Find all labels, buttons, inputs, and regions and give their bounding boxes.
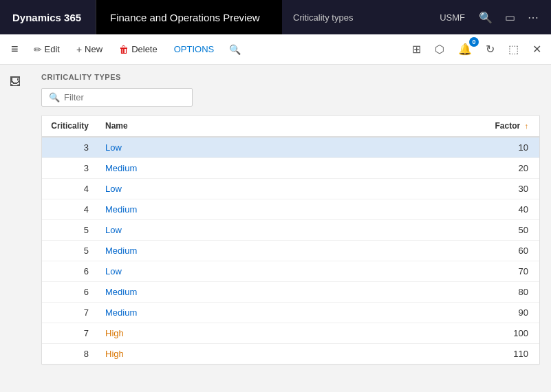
options-button[interactable]: OPTIONS	[167, 41, 222, 58]
table-row[interactable]: 5 Low 50	[42, 220, 539, 241]
cell-factor: 30	[309, 179, 539, 199]
cell-criticality: 5	[42, 241, 97, 261]
cell-name: Medium	[97, 303, 309, 323]
cell-name: Medium	[97, 158, 309, 179]
delete-label: Delete	[131, 44, 158, 54]
table-row[interactable]: 6 Low 70	[42, 261, 539, 282]
cell-factor: 110	[309, 344, 539, 364]
table-row[interactable]: 7 High 100	[42, 323, 539, 344]
new-button[interactable]: + New	[69, 41, 109, 58]
cell-name: Low	[97, 261, 309, 282]
toolbar-right-actions: ⊞ ⬡ 🔔 0 ↻ ⬚ ✕	[408, 40, 545, 58]
table-row[interactable]: 3 Low 10	[42, 137, 539, 158]
table-row[interactable]: 5 Medium 60	[42, 241, 539, 261]
content-area: CRITICALITY TYPES 🔍 Criticality Name Fac…	[30, 65, 551, 392]
new-label: New	[85, 44, 102, 54]
cell-name: Low	[97, 137, 309, 158]
cell-name: Medium	[97, 199, 309, 220]
app-title-text: Finance and Operations Preview	[110, 12, 260, 23]
page-title-text: Criticality types	[293, 12, 353, 23]
cell-name: High	[97, 323, 309, 344]
hamburger-menu-button[interactable]: ≡	[6, 39, 24, 59]
filter-box[interactable]: 🔍	[41, 88, 193, 107]
open-new-window-button[interactable]: ⬚	[504, 40, 523, 58]
sidebar-filter: ⛾	[0, 65, 30, 392]
toolbar-search-icon: 🔍	[229, 44, 241, 55]
filter-input[interactable]	[64, 92, 185, 102]
cell-criticality: 6	[42, 282, 97, 303]
cell-factor: 10	[309, 137, 539, 158]
dynamics-label: Dynamics 365	[12, 12, 81, 23]
col-criticality: Criticality	[42, 116, 97, 137]
main-area: ⛾ CRITICALITY TYPES 🔍 Criticality Name F…	[0, 65, 551, 392]
cell-criticality: 5	[42, 220, 97, 241]
cell-criticality: 4	[42, 179, 97, 199]
criticality-table: Criticality Name Factor ↑ 3 Low 10 3 Med…	[42, 116, 539, 364]
top-bar-actions: USMF 🔍 ▭ ⋯	[426, 8, 551, 27]
edit-label: Edit	[45, 44, 60, 54]
edit-icon: ✏	[34, 44, 42, 55]
top-bar: Dynamics 365 Finance and Operations Prev…	[0, 0, 551, 34]
cell-factor: 60	[309, 241, 539, 261]
table-row[interactable]: 7 Medium 90	[42, 303, 539, 323]
cell-criticality: 8	[42, 344, 97, 364]
app-title: Finance and Operations Preview	[96, 0, 282, 34]
notification-badge[interactable]: 🔔 0	[454, 40, 476, 58]
bookmark-button[interactable]: ▭	[501, 8, 519, 27]
table-row[interactable]: 4 Low 30	[42, 179, 539, 199]
dynamics-brand[interactable]: Dynamics 365	[0, 0, 96, 34]
more-options-button[interactable]: ⋯	[523, 8, 543, 27]
table-row[interactable]: 6 Medium 80	[42, 282, 539, 303]
search-top-button[interactable]: 🔍	[475, 8, 497, 27]
cell-criticality: 7	[42, 303, 97, 323]
toolbar-search[interactable]: 🔍	[229, 44, 241, 55]
table-header-row: Criticality Name Factor ↑	[42, 116, 539, 137]
col-name: Name	[97, 116, 309, 137]
table-row[interactable]: 8 High 110	[42, 344, 539, 364]
page-title-bar: Criticality types	[282, 0, 426, 34]
toolbar: ≡ ✏ Edit + New 🗑 Delete OPTIONS 🔍 ⊞ ⬡ 🔔 …	[0, 34, 551, 65]
cell-name: Medium	[97, 241, 309, 261]
notification-count: 0	[469, 37, 479, 47]
grid-view-button[interactable]: ⊞	[408, 40, 425, 58]
cell-factor: 50	[309, 220, 539, 241]
cell-criticality: 3	[42, 158, 97, 179]
refresh-button[interactable]: ↻	[482, 40, 499, 58]
section-title: CRITICALITY TYPES	[41, 73, 540, 81]
cell-factor: 80	[309, 282, 539, 303]
cell-factor: 100	[309, 323, 539, 344]
new-icon: +	[76, 44, 82, 55]
table-row[interactable]: 3 Medium 20	[42, 158, 539, 179]
options-label: OPTIONS	[174, 44, 215, 54]
company-label: USMF	[434, 12, 471, 23]
cell-criticality: 7	[42, 323, 97, 344]
office-button[interactable]: ⬡	[431, 40, 449, 58]
close-button[interactable]: ✕	[528, 40, 545, 58]
delete-button[interactable]: 🗑 Delete	[112, 41, 164, 58]
cell-factor: 70	[309, 261, 539, 282]
cell-name: Medium	[97, 282, 309, 303]
edit-button[interactable]: ✏ Edit	[27, 41, 67, 58]
cell-factor: 40	[309, 199, 539, 220]
cell-factor: 20	[309, 158, 539, 179]
cell-criticality: 6	[42, 261, 97, 282]
criticality-table-wrapper: Criticality Name Factor ↑ 3 Low 10 3 Med…	[41, 115, 540, 365]
filter-icon[interactable]: ⛾	[10, 76, 21, 392]
filter-box-icon: 🔍	[49, 92, 60, 102]
col-factor: Factor ↑	[309, 116, 539, 137]
cell-criticality: 4	[42, 199, 97, 220]
cell-name: High	[97, 344, 309, 364]
table-row[interactable]: 4 Medium 40	[42, 199, 539, 220]
cell-criticality: 3	[42, 137, 97, 158]
table-body: 3 Low 10 3 Medium 20 4 Low 30 4 Medium 4…	[42, 137, 539, 364]
cell-name: Low	[97, 220, 309, 241]
cell-factor: 90	[309, 303, 539, 323]
sort-icon: ↑	[525, 122, 529, 130]
delete-icon: 🗑	[119, 44, 129, 55]
cell-name: Low	[97, 179, 309, 199]
